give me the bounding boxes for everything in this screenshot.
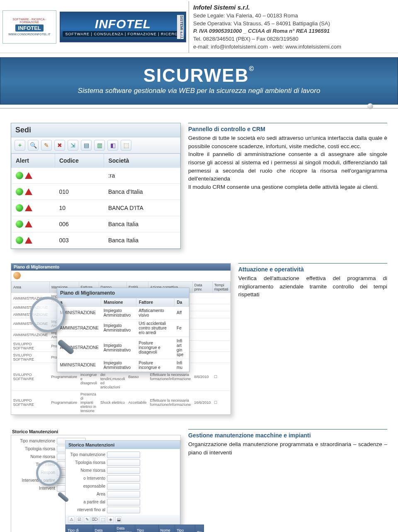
section-attuazione-text: Attuazione e operatività Verifica dell'a… bbox=[238, 263, 387, 299]
storico-popup-table: Tipo di manutenzione Data intervento Dat… bbox=[66, 525, 204, 532]
section-manutenzione: Storico Manutenzioni Tipo manutenzione T… bbox=[11, 429, 387, 532]
table-row[interactable]: 10BANCA D'ITA bbox=[12, 200, 180, 216]
section-crm: Sedi ＋ 🔍 ✎ ✖ ⇲ ▤ ▥ ◧ ⬚ Alert Codice Soci… bbox=[11, 123, 387, 249]
toolbar-refresh-icon[interactable]: ✎ bbox=[41, 140, 52, 151]
product-banner: SICURWEB© Sistema software gestionale vi… bbox=[0, 57, 398, 105]
toolbar-open-icon[interactable]: ⇲ bbox=[68, 140, 78, 151]
alert-triangle-icon bbox=[25, 172, 32, 179]
section-attuazione: Piano di Miglioramento Area Mansione Fat… bbox=[11, 263, 387, 415]
select[interactable] bbox=[107, 491, 140, 498]
screenshot-storico: Storico Manutenzioni Tipo manutenzione T… bbox=[11, 429, 181, 532]
section-manutenzione-text: Gestione manutenzione macchine e impiant… bbox=[188, 429, 387, 456]
company-phone: Tel. 0828/346501 (PBX) – Fax 0828/319580 bbox=[193, 35, 394, 43]
consorzio-url: WWW.CONSORZIOINFOTEL.IT bbox=[8, 33, 51, 36]
select[interactable] bbox=[107, 475, 140, 482]
storico-title: Storico Manutenzioni bbox=[12, 429, 181, 434]
table-row[interactable]: SVILUPPO SOFTWAREProgrammatorePresenza d… bbox=[12, 390, 231, 414]
toolbar-calendar-icon[interactable]: ▤ bbox=[81, 140, 92, 151]
section-body: Verifica dell'attuazione effettiva del p… bbox=[238, 274, 387, 299]
toolbar-report-icon[interactable]: ◧ bbox=[107, 140, 118, 151]
section-body: Organizzazione della manutenzione progra… bbox=[188, 440, 387, 456]
tb-icon[interactable]: ⬚ bbox=[100, 516, 106, 523]
company-vat: P. IVA 09905391000 _ CCIAA di Roma n° RE… bbox=[193, 27, 394, 35]
section-body: Inoltre il pannello di amministrazione c… bbox=[188, 150, 387, 183]
tb-icon[interactable]: ⬓ bbox=[115, 516, 122, 523]
product-subtitle: Sistema software gestionale via WEB per … bbox=[5, 87, 393, 95]
status-dot-icon bbox=[16, 172, 23, 179]
screenshot-sedi: Sedi ＋ 🔍 ✎ ✖ ⇲ ▤ ▥ ◧ ⬚ Alert Codice Soci… bbox=[11, 123, 181, 249]
tb-icon[interactable]: ☑ bbox=[76, 516, 83, 523]
table-row[interactable]: 010Banca d'Italia bbox=[12, 183, 180, 200]
infotel-logo: INFOTEL SOFTWARE | CONSULENZA | FORMAZIO… bbox=[60, 12, 186, 42]
table-row[interactable]: AMMINISTRAZIONEImpiegato AmministrativoP… bbox=[58, 337, 189, 359]
piano-title: Piano di Miglioramento bbox=[11, 264, 231, 271]
toolbar-add-icon[interactable]: ＋ bbox=[15, 140, 25, 151]
section-heading: Gestione manutenzione macchine e impiant… bbox=[188, 429, 387, 439]
section-crm-text: Pannello di controllo e CRM Gestione di … bbox=[188, 123, 387, 191]
table-row[interactable]: 003Banca Italia bbox=[12, 232, 180, 248]
col-codice[interactable]: Codice bbox=[55, 154, 104, 167]
consorzio-logo: SOFTWARE - RICERCA - FORMAZIONE INFOTEL … bbox=[2, 10, 56, 44]
status-dot-icon bbox=[16, 220, 23, 228]
magnifier-icon bbox=[36, 460, 69, 493]
select[interactable] bbox=[107, 467, 140, 474]
product-title: SICURWEB© bbox=[143, 65, 255, 86]
consorzio-tagline: SOFTWARE - RICERCA - FORMAZIONE bbox=[3, 18, 56, 24]
section-body: Gestione di tutte le società e/o sedi at… bbox=[188, 134, 387, 150]
company-address-op: Sede Operativa: Via Strauss, 45 – 84091 … bbox=[193, 20, 394, 28]
section-heading: Pannello di controllo e CRM bbox=[188, 123, 387, 133]
table-row[interactable]: MMINISTRAZIONEImpiegato AmministrativoPo… bbox=[58, 359, 189, 371]
sedi-toolbar: ＋ 🔍 ✎ ✖ ⇲ ▤ ▥ ◧ ⬚ bbox=[11, 137, 180, 154]
status-dot-icon bbox=[16, 237, 23, 244]
storico-popup-title: Storico Manutenzioni bbox=[66, 441, 180, 449]
date-input[interactable] bbox=[107, 499, 140, 505]
infotel-side: SISTEMI s.r.l. bbox=[177, 15, 184, 39]
tb-icon[interactable]: ⚠ bbox=[68, 516, 75, 523]
toolbar-chart-icon[interactable]: ▥ bbox=[94, 140, 105, 151]
popup-title: Piano di Miglioramento bbox=[57, 288, 189, 298]
consorzio-name: INFOTEL bbox=[15, 24, 44, 32]
page-header: SOFTWARE - RICERCA - FORMAZIONE INFOTEL … bbox=[0, 0, 398, 53]
toolbar-delete-icon[interactable]: ✖ bbox=[54, 140, 65, 151]
section-body: Il modulo CRM consente una gestione comp… bbox=[188, 183, 387, 191]
toolbar-search-icon[interactable]: 🔍 bbox=[28, 140, 39, 151]
status-dot-icon bbox=[16, 188, 23, 195]
toolbar-export-icon[interactable]: ⬚ bbox=[121, 140, 131, 151]
storico-popup: Storico Manutenzioni Tipo manutenzione T… bbox=[65, 440, 180, 532]
col-societa[interactable]: Società bbox=[104, 154, 180, 167]
alert-triangle-icon bbox=[25, 205, 32, 211]
alert-triangle-icon bbox=[25, 221, 32, 227]
tb-icon[interactable]: ✎ bbox=[84, 516, 90, 523]
infotel-strapline: SOFTWARE | CONSULENZA | FORMAZIONE | RIC… bbox=[63, 31, 183, 37]
select[interactable] bbox=[107, 451, 140, 458]
table-row[interactable]: AMMINISTRAZIONEImpiegato AmministrativoU… bbox=[58, 319, 189, 337]
col-alert[interactable]: Alert bbox=[12, 154, 55, 167]
company-name: Infotel Sistemi s.r.l. bbox=[193, 3, 394, 12]
table-row[interactable]: MMINISTRAZIONEImpiegato AmministrativoAf… bbox=[58, 306, 189, 319]
sedi-panel-title: Sedi bbox=[11, 123, 180, 137]
user-icon bbox=[13, 272, 21, 279]
magnifier-icon bbox=[30, 297, 75, 342]
company-address-legal: Sede Legale: Via Faleria, 40 – 00183 Rom… bbox=[193, 12, 394, 20]
header-logos: SOFTWARE - RICERCA - FORMAZIONE INFOTEL … bbox=[0, 1, 189, 53]
tb-icon[interactable]: ◈ bbox=[107, 516, 114, 523]
banner-divider bbox=[0, 105, 398, 109]
alert-triangle-icon bbox=[25, 188, 32, 195]
company-details: Infotel Sistemi s.r.l. Sede Legale: Via … bbox=[189, 1, 398, 53]
section-heading: Attuazione e operatività bbox=[238, 263, 387, 273]
popup-toolbar: ⚠ ☑ ✎ ⌦ ⬚ ◈ ⬓ bbox=[66, 515, 180, 525]
piano-popup: Piano di Miglioramento a Mansione Fattor… bbox=[57, 288, 189, 372]
table-row[interactable]: :ra bbox=[12, 167, 180, 183]
popup-table: a Mansione Fattore Da MMINISTRAZIONEImpi… bbox=[57, 298, 189, 372]
table-row[interactable]: 006Banca Italia bbox=[12, 216, 180, 232]
screenshot-piano: Piano di Miglioramento Area Mansione Fat… bbox=[11, 263, 231, 415]
date-input[interactable] bbox=[107, 507, 140, 513]
select[interactable] bbox=[107, 459, 140, 466]
sedi-table: Alert Codice Società :ra 010Banca d'Ital… bbox=[11, 154, 180, 249]
status-dot-icon bbox=[16, 204, 23, 212]
select[interactable] bbox=[107, 483, 140, 490]
alert-triangle-icon bbox=[25, 237, 32, 244]
company-email: e-mail: info@infotelsistemi.com - web: w… bbox=[193, 43, 394, 51]
infotel-brand: INFOTEL bbox=[95, 17, 151, 31]
tb-icon[interactable]: ⌦ bbox=[92, 516, 98, 523]
